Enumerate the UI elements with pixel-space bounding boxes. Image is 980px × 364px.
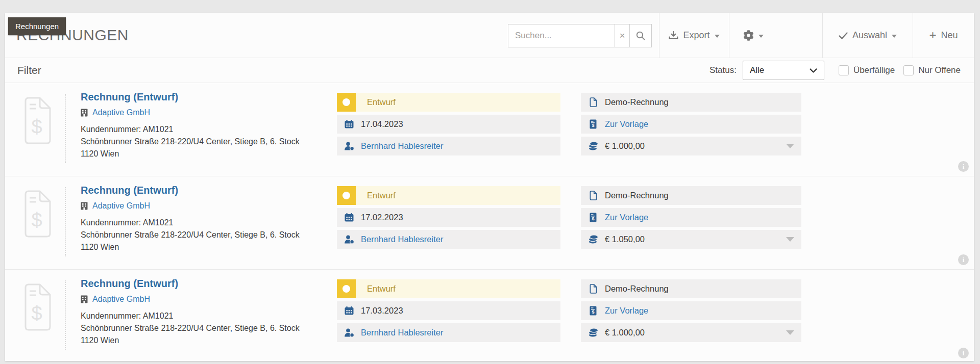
company-link[interactable]: Adaptive GmbH xyxy=(92,201,150,211)
chevron-down-icon xyxy=(810,68,817,73)
template-link[interactable]: Zur Vorlage xyxy=(605,213,648,222)
calendar-icon xyxy=(345,120,354,128)
invoice-document-icon: $ xyxy=(22,97,52,145)
export-label: Export xyxy=(683,30,709,41)
checkbox-nur-offene-label: Nur Offene xyxy=(918,65,961,75)
checkbox-icon[interactable] xyxy=(839,65,849,75)
address-line-2: 1120 Wien xyxy=(81,334,300,347)
svg-text:$: $ xyxy=(592,123,594,128)
gear-icon xyxy=(743,30,754,41)
checkbox-ueberfaellige-label: Überfällige xyxy=(853,65,895,75)
document-name: Demo-Rechnung xyxy=(605,284,669,294)
status-text: Entwurf xyxy=(367,97,396,107)
contact-row: Bernhard Hablesreiter xyxy=(337,137,560,155)
invoice-row: $ Rechnung (Entwurf) Adaptive GmbH Kunde… xyxy=(5,270,974,361)
divider xyxy=(65,187,66,256)
file-icon xyxy=(590,191,597,200)
calendar-icon xyxy=(345,306,354,315)
info-icon[interactable]: i xyxy=(958,161,969,172)
export-button[interactable]: Export xyxy=(659,13,729,58)
person-icon xyxy=(344,235,354,244)
chevron-down-icon[interactable] xyxy=(786,144,794,148)
checkbox-ueberfaellige[interactable]: Überfällige xyxy=(839,65,895,75)
document-name-row: Demo-Rechnung xyxy=(581,279,801,298)
status-text: Entwurf xyxy=(367,191,396,200)
checkbox-nur-offene[interactable]: Nur Offene xyxy=(903,65,961,75)
info-glyph: i xyxy=(963,349,965,357)
filter-title: Filter xyxy=(17,64,41,76)
svg-text:$: $ xyxy=(31,116,42,138)
document-column: Demo-Rechnung $ Zur Vorlage xyxy=(581,279,801,345)
chevron-down-icon[interactable] xyxy=(786,330,794,335)
invoice-title-link[interactable]: Rechnung (Entwurf) xyxy=(81,278,300,290)
chevron-down-icon[interactable] xyxy=(786,237,794,242)
invoice-date-row: 17.03.2023 xyxy=(337,301,560,320)
document-name: Demo-Rechnung xyxy=(605,191,669,200)
invoice-panel: Rechnungen RECHNUNGEN × xyxy=(5,13,974,361)
status-dot-icon xyxy=(337,279,356,298)
file-icon xyxy=(590,284,597,294)
status-column: Entwurf 17.04.2023 xyxy=(337,93,560,159)
svg-text:$: $ xyxy=(31,210,42,231)
status-badge: Entwurf xyxy=(337,279,560,298)
clear-search-button[interactable]: × xyxy=(615,24,629,47)
invoice-date-row: 17.04.2023 xyxy=(337,115,560,134)
file-icon xyxy=(590,97,597,107)
search-button[interactable] xyxy=(629,24,651,47)
coins-icon xyxy=(588,141,599,151)
filter-controls: Status: Alle Überfällige Nur Offene xyxy=(709,61,961,80)
building-icon xyxy=(81,109,88,117)
status-select[interactable]: Alle xyxy=(743,61,824,80)
document-name-row: Demo-Rechnung xyxy=(581,186,801,205)
filter-bar: Filter Status: Alle Überfällige Nur Offe… xyxy=(5,58,974,83)
customer-number: Kundennummer: AM1021 xyxy=(81,217,300,229)
amount-row: € 1.000,00 xyxy=(581,323,801,342)
status-text: Entwurf xyxy=(367,284,396,294)
invoice-title-link[interactable]: Rechnung (Entwurf) xyxy=(81,91,300,103)
address-line-1: Schönbrunner Straße 218-220/U4 Center, S… xyxy=(81,322,300,334)
search-icon xyxy=(636,31,645,40)
selection-button[interactable]: Auswahl xyxy=(822,13,913,58)
page-header: Rechnungen RECHNUNGEN × xyxy=(5,13,974,58)
contact-link[interactable]: Bernhard Hablesreiter xyxy=(361,141,443,151)
template-link[interactable]: Zur Vorlage xyxy=(605,306,648,316)
info-icon[interactable]: i xyxy=(958,254,969,265)
download-icon xyxy=(669,31,678,40)
template-row: $ Zur Vorlage xyxy=(581,301,801,320)
info-glyph: i xyxy=(963,163,965,171)
invoice-title-link[interactable]: Rechnung (Entwurf) xyxy=(81,185,300,196)
new-button[interactable]: + Neu xyxy=(913,13,974,58)
contact-link[interactable]: Bernhard Hablesreiter xyxy=(361,235,443,244)
amount: € 1.000,00 xyxy=(605,328,645,337)
close-icon: × xyxy=(619,30,625,41)
coins-icon xyxy=(588,235,599,244)
address-line-2: 1120 Wien xyxy=(81,241,300,253)
company-link[interactable]: Adaptive GmbH xyxy=(92,108,150,117)
status-dot-icon xyxy=(337,186,356,205)
template-link[interactable]: Zur Vorlage xyxy=(605,119,648,129)
address-line-2: 1120 Wien xyxy=(81,148,300,160)
invoice-row: $ Rechnung (Entwurf) Adaptive GmbH Kunde… xyxy=(5,83,974,176)
person-icon xyxy=(344,142,354,150)
info-icon[interactable]: i xyxy=(958,348,969,358)
tooltip: Rechnungen xyxy=(8,17,66,35)
search-input[interactable] xyxy=(508,24,615,47)
invoice-info: Rechnung (Entwurf) Adaptive GmbH Kundenn… xyxy=(81,185,300,253)
invoice-template-icon: $ xyxy=(590,213,597,222)
amount: € 1.000,00 xyxy=(605,141,645,151)
invoice-document-icon: $ xyxy=(22,283,52,331)
building-icon xyxy=(81,202,88,210)
status-column: Entwurf 17.03.2023 xyxy=(337,279,560,345)
coins-icon xyxy=(588,328,599,337)
document-name: Demo-Rechnung xyxy=(605,97,669,107)
checkbox-icon[interactable] xyxy=(903,65,914,75)
search-group: × xyxy=(508,24,652,47)
status-select-value: Alle xyxy=(750,65,764,75)
invoice-list: $ Rechnung (Entwurf) Adaptive GmbH Kunde… xyxy=(5,83,974,361)
contact-link[interactable]: Bernhard Hablesreiter xyxy=(361,328,443,337)
company-link[interactable]: Adaptive GmbH xyxy=(92,295,150,304)
building-icon xyxy=(81,295,88,303)
invoice-date: 17.03.2023 xyxy=(361,306,403,316)
settings-button[interactable] xyxy=(729,13,822,58)
divider xyxy=(65,94,66,163)
